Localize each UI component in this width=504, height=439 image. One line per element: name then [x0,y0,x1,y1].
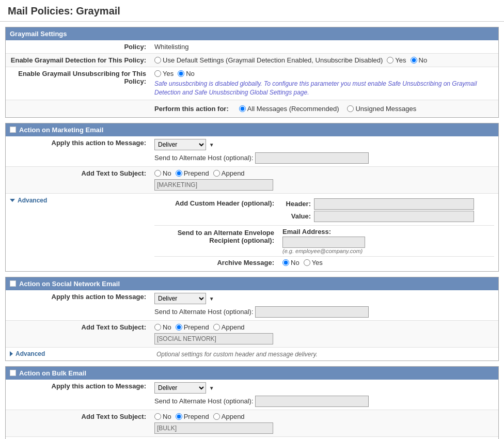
social-no-radio[interactable] [154,324,161,331]
social-advanced-toggle-cell: Advanced [6,347,150,360]
bulk-apply-value: Deliver ▼ Send to Alternate Host (option… [150,380,498,410]
unsubscribing-no-radio[interactable] [178,70,184,77]
marketing-archive-row: Archive Message: No Yes [154,256,494,269]
social-no-option[interactable]: No [154,323,171,331]
marketing-archive-yes-radio[interactable] [304,259,310,266]
marketing-checkbox[interactable] [10,127,16,133]
social-append-radio[interactable] [213,324,220,331]
bulk-subject-input[interactable] [154,422,273,434]
social-apply-label: Apply this action to Message: [6,290,150,321]
enable-detection-label: Enable Graymail Detection for This Polic… [6,54,150,67]
policy-label: Policy: [6,40,150,54]
marketing-deliver-select[interactable]: Deliver [154,139,206,150]
social-prepend-radio[interactable] [176,324,182,331]
social-advanced-label: Advanced [15,350,45,357]
bulk-checkbox[interactable] [10,370,16,376]
enable-unsubscribing-options: Yes No Safe unsusbcribing is disabled gl… [150,67,498,100]
bulk-append-radio[interactable] [213,413,220,420]
social-prepend-label: Prepend [184,323,209,331]
unsubscribing-yes-radio[interactable] [154,70,161,77]
marketing-email-input[interactable] [282,237,365,248]
bulk-append-label: Append [222,413,245,420]
marketing-section: Action on Marketing Email Apply this act… [5,123,499,272]
marketing-advanced-toggle[interactable]: Advanced [10,197,146,204]
marketing-append-label: Append [222,169,245,177]
marketing-envelope-label-cell: Send to an Alternate Envelope Recipient … [154,225,278,256]
bulk-prepend-option[interactable]: Prepend [176,413,209,420]
bulk-no-label: No [163,413,171,420]
marketing-text-options: No Prepend Append [150,166,498,193]
social-advanced-triangle [10,351,13,356]
marketing-envelope-label: Send to an Alternate Envelope Recipient … [178,229,274,244]
bulk-deliver-select[interactable]: Deliver [154,382,206,394]
social-append-label: Append [222,323,245,331]
social-advanced-note: Optional settings for custom header and … [150,347,498,360]
bulk-advanced-note: Optional settings for custom header and … [150,436,498,439]
social-deliver-select[interactable]: Deliver [154,293,206,304]
enable-detection-options: Use Default Settings (Graymail Detection… [150,54,498,67]
marketing-subject-input[interactable] [154,179,273,191]
detection-default-label: Use Default Settings (Graymail Detection… [163,56,383,64]
social-advanced-toggle[interactable]: Advanced [10,350,146,357]
social-subject-input[interactable] [154,333,273,344]
graymail-settings-section: Graymail Settings Policy: Whitelisting E… [5,27,499,118]
marketing-prepend-radio[interactable] [176,170,182,177]
perform-all-option[interactable]: All Messages (Recommended) [239,105,339,113]
marketing-custom-header-row: Add Custom Header (optional): Header: Va… [154,196,494,226]
perform-unsigned-option[interactable]: Unsigned Messages [347,105,416,113]
bulk-no-option[interactable]: No [154,413,171,420]
bulk-alternate-host-input[interactable] [255,396,369,407]
detection-default-radio[interactable] [154,57,161,64]
detection-yes-option[interactable]: Yes [387,56,406,64]
marketing-value-input[interactable] [314,211,474,222]
marketing-advanced-table: Add Custom Header (optional): Header: Va… [154,196,494,269]
perform-unsigned-label: Unsigned Messages [355,105,416,113]
unsubscribing-no-option[interactable]: No [178,70,195,77]
detection-default-option[interactable]: Use Default Settings (Graymail Detection… [154,56,383,64]
marketing-envelope-row: Send to an Alternate Envelope Recipient … [154,225,494,256]
marketing-no-option[interactable]: No [154,169,171,177]
marketing-text-label: Add Text to Subject: [6,166,150,193]
marketing-header-input[interactable] [314,198,474,210]
perform-unsigned-radio[interactable] [347,105,354,112]
marketing-archive-no-option[interactable]: No [282,259,300,266]
marketing-email-label: Email Address: [282,228,490,236]
social-checkbox[interactable] [10,280,16,287]
marketing-archive-yes-option[interactable]: Yes [304,259,323,266]
page-title: Mail Policies: Graymail [0,0,504,22]
detection-no-radio[interactable] [411,57,417,64]
bulk-header: Action on Bulk Email [6,367,498,380]
bulk-no-radio[interactable] [154,413,161,420]
marketing-header: Action on Marketing Email [6,123,498,136]
enable-unsubscribing-row: Enable Graymail Unsubscribing for This P… [6,67,498,100]
detection-no-option[interactable]: No [411,56,428,64]
bulk-apply-label: Apply this action to Message: [6,380,150,410]
social-table: Apply this action to Message: Deliver ▼ … [6,290,498,360]
marketing-advanced-content: Add Custom Header (optional): Header: Va… [150,193,498,271]
marketing-text-row: Add Text to Subject: No Prepend Append [6,166,498,193]
bulk-append-option[interactable]: Append [213,413,245,420]
marketing-archive-no-radio[interactable] [282,259,289,266]
social-prepend-option[interactable]: Prepend [176,323,209,331]
bulk-prepend-radio[interactable] [176,413,182,420]
unsubscribing-yes-option[interactable]: Yes [154,70,174,77]
marketing-alternate-host-label: Send to Alternate Host (optional): [154,154,254,162]
social-alternate-host-input[interactable] [255,306,369,318]
social-header: Action on Social Network Email [6,277,498,290]
perform-action-row: Perform this action for: All Messages (R… [6,100,498,117]
social-append-option[interactable]: Append [213,323,245,331]
policy-row: Policy: Whitelisting [6,40,498,54]
marketing-no-radio[interactable] [154,170,161,177]
bulk-text-row: Add Text to Subject: No Prepend Append [6,410,498,436]
marketing-append-radio[interactable] [213,170,220,177]
social-section: Action on Social Network Email Apply thi… [5,277,499,361]
marketing-alternate-host-input[interactable] [255,152,369,164]
marketing-append-option[interactable]: Append [213,169,245,177]
social-optional-note: Optional settings for custom header and … [154,351,318,358]
marketing-prepend-option[interactable]: Prepend [176,169,209,177]
marketing-archive-label: Archive Message: [217,259,274,266]
perform-all-radio[interactable] [239,105,246,112]
social-text-label: Add Text to Subject: [6,320,150,347]
detection-yes-radio[interactable] [387,57,393,64]
marketing-select-arrow: ▼ [209,142,214,148]
